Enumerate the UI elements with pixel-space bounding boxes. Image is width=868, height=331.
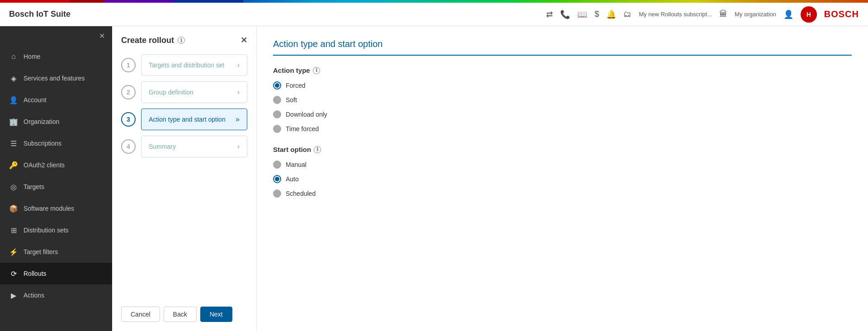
- back-button[interactable]: Back: [164, 307, 197, 322]
- step-4-box[interactable]: Summary ›: [141, 136, 247, 157]
- step-1-box[interactable]: Targets and distribution set ›: [141, 54, 247, 76]
- start-option-info-icon: ℹ: [314, 146, 321, 153]
- radio-manual[interactable]: Manual: [273, 161, 852, 169]
- radio-circle-manual: [273, 161, 281, 169]
- sidebar-label-oauth2: OAuth2 clients: [24, 161, 65, 169]
- sidebar-item-actions[interactable]: ▶ Actions: [0, 284, 112, 306]
- content-area: Create rollout ℹ ✕ 1 Targets and distrib…: [112, 26, 868, 331]
- step-1-number: 1: [121, 58, 136, 72]
- wizard-close-btn[interactable]: ✕: [241, 35, 247, 45]
- rollouts-icon: ⟳: [9, 269, 18, 278]
- sidebar-item-subscriptions[interactable]: ☰ Subscriptions: [0, 132, 112, 154]
- next-button[interactable]: Next: [200, 307, 232, 322]
- sidebar-close-btn[interactable]: ✕: [0, 26, 112, 46]
- share-icon[interactable]: ⇄: [546, 9, 553, 19]
- step-2-label: Group definition: [149, 89, 193, 96]
- sidebar-item-filters[interactable]: ⚡ Target filters: [0, 241, 112, 263]
- step-1-arrow: ›: [237, 61, 240, 69]
- sidebar-label-services: Services and features: [24, 75, 85, 82]
- step-2-box[interactable]: Group definition ›: [141, 81, 247, 103]
- bell-icon[interactable]: 🔔: [606, 9, 616, 19]
- folder-icon[interactable]: 🗂: [623, 9, 632, 19]
- org-text[interactable]: My organization: [735, 11, 776, 18]
- oauth2-icon: 🔑: [9, 161, 18, 170]
- bosch-avatar[interactable]: H: [801, 6, 817, 23]
- sidebar-item-targets[interactable]: ◎ Targets: [0, 176, 112, 198]
- action-type-label: Action type ℹ: [273, 66, 852, 74]
- sidebar-label-organization: Organization: [24, 118, 59, 125]
- radio-time-forced[interactable]: Time forced: [273, 125, 852, 133]
- radio-label-manual: Manual: [286, 161, 307, 168]
- cancel-button[interactable]: Cancel: [121, 307, 160, 322]
- radio-label-forced: Forced: [286, 82, 306, 89]
- sidebar: ✕ ⌂ Home ◈ Services and features 👤 Accou…: [0, 26, 112, 331]
- app-title: Bosch IoT Suite: [9, 9, 71, 19]
- sidebar-item-services[interactable]: ◈ Services and features: [0, 67, 112, 89]
- subscription-text[interactable]: My new Rollouts subscript...: [639, 11, 712, 18]
- radio-circle-download-only: [273, 110, 281, 118]
- sidebar-item-software[interactable]: 📦 Software modules: [0, 198, 112, 219]
- services-icon: ◈: [9, 74, 18, 83]
- home-icon: ⌂: [9, 52, 18, 61]
- radio-label-download-only: Download only: [286, 111, 327, 118]
- step-3-box[interactable]: Action type and start option »: [141, 109, 247, 130]
- close-icon[interactable]: ✕: [99, 32, 105, 40]
- main-layout: ✕ ⌂ Home ◈ Services and features 👤 Accou…: [0, 26, 868, 331]
- wizard-panel: Create rollout ℹ ✕ 1 Targets and distrib…: [112, 26, 257, 331]
- sidebar-label-rollouts: Rollouts: [24, 270, 47, 277]
- sidebar-label-targets: Targets: [24, 183, 44, 190]
- sidebar-item-oauth2[interactable]: 🔑 OAuth2 clients: [0, 154, 112, 176]
- action-type-info-icon: ℹ: [313, 67, 320, 74]
- wizard-info-icon: ℹ: [178, 37, 185, 44]
- phone-icon[interactable]: 📞: [560, 9, 570, 19]
- account-icon: 👤: [9, 95, 18, 104]
- step-4-number: 4: [121, 139, 136, 154]
- software-icon: 📦: [9, 204, 18, 213]
- wizard-actions: Cancel Back Next: [121, 307, 247, 322]
- wizard-title: Create rollout ℹ ✕: [121, 35, 247, 45]
- subscriptions-icon: ☰: [9, 139, 18, 148]
- actions-icon: ▶: [9, 291, 18, 300]
- sidebar-item-distribution[interactable]: ⊞ Distribution sets: [0, 219, 112, 241]
- header-right: ⇄ 📞 📖 $ 🔔 🗂 My new Rollouts subscript...…: [546, 6, 859, 23]
- radio-circle-forced: [273, 81, 281, 90]
- sidebar-label-account: Account: [24, 96, 47, 104]
- step-2-number: 2: [121, 85, 136, 99]
- distribution-icon: ⊞: [9, 226, 18, 235]
- step-2-arrow: ›: [237, 88, 240, 96]
- header-left: Bosch IoT Suite: [9, 9, 71, 19]
- sidebar-item-home[interactable]: ⌂ Home: [0, 46, 112, 67]
- sidebar-label-distribution: Distribution sets: [24, 227, 69, 234]
- sidebar-item-organization[interactable]: 🏢 Organization: [0, 111, 112, 132]
- step-4-arrow: ›: [237, 142, 240, 151]
- radio-auto[interactable]: Auto: [273, 175, 852, 183]
- filters-icon: ⚡: [9, 247, 18, 256]
- dollar-icon[interactable]: $: [594, 9, 599, 19]
- step-4-row: 4 Summary ›: [121, 136, 247, 157]
- user-icon[interactable]: 👤: [783, 9, 793, 19]
- step-1-row: 1 Targets and distribution set ›: [121, 54, 247, 76]
- action-type-options: Forced Soft Download only Time forced: [273, 81, 852, 133]
- radio-label-time-forced: Time forced: [286, 125, 319, 132]
- sidebar-label-actions: Actions: [24, 292, 44, 299]
- radio-download-only[interactable]: Download only: [273, 110, 852, 118]
- radio-circle-soft: [273, 96, 281, 104]
- step-1-label: Targets and distribution set: [149, 61, 224, 69]
- book-icon[interactable]: 📖: [577, 9, 587, 19]
- radio-scheduled[interactable]: Scheduled: [273, 189, 852, 198]
- sidebar-label-subscriptions: Subscriptions: [24, 140, 61, 147]
- action-type-text: Action type: [273, 66, 310, 74]
- radio-forced[interactable]: Forced: [273, 81, 852, 90]
- sidebar-item-account[interactable]: 👤 Account: [0, 89, 112, 111]
- wizard-title-text: Create rollout: [121, 36, 174, 45]
- start-option-label: Start option ℹ: [273, 146, 852, 153]
- start-option-options: Manual Auto Scheduled: [273, 161, 852, 198]
- bosch-logo: BOSCH: [824, 9, 859, 19]
- wizard-steps: 1 Targets and distribution set › 2 Group…: [121, 54, 247, 298]
- sidebar-label-home: Home: [24, 53, 40, 60]
- org-icon[interactable]: 🏛: [719, 9, 727, 19]
- step-3-row: 3 Action type and start option »: [121, 109, 247, 130]
- sidebar-item-rollouts[interactable]: ⟳ Rollouts: [0, 263, 112, 284]
- radio-circle-auto: [273, 175, 281, 183]
- radio-soft[interactable]: Soft: [273, 96, 852, 104]
